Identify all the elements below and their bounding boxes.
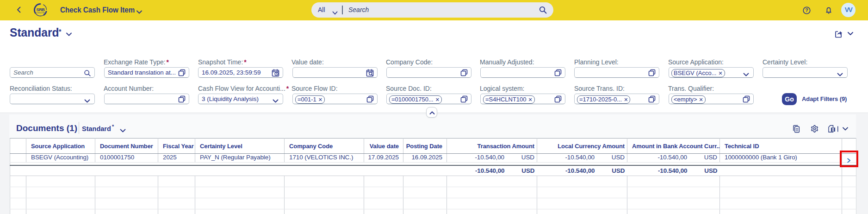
- svg-text:?: ?: [805, 7, 808, 13]
- svg-text:SRB: SRB: [36, 7, 45, 12]
- svg-text:CONSULTING: CONSULTING: [36, 12, 45, 14]
